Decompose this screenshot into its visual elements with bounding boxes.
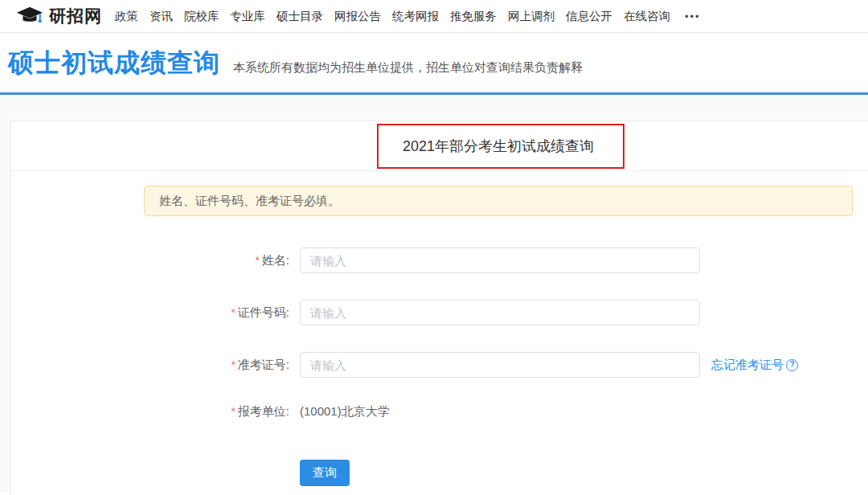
main-nav: 政策 资讯 院校库 专业库 硕士目录 网报公告 统考网报 推免服务 网上调剂 信… (115, 9, 701, 24)
required-fields-alert: 姓名、证件号码、准考证号必填。 (144, 186, 853, 216)
site-logo[interactable]: 研招网 (16, 5, 102, 27)
nav-item-majors[interactable]: 专业库 (231, 9, 266, 24)
nav-item-master-catalog[interactable]: 硕士目录 (276, 9, 323, 24)
institution-value: (10001)北京大学 (300, 404, 390, 419)
form-row-institution: *报考单位: (10001)北京大学 (11, 404, 868, 419)
nav-item-policy[interactable]: 政策 (115, 9, 138, 24)
nav-item-news[interactable]: 资讯 (149, 9, 173, 24)
card-title: 2021年部分考生初试成绩查询 (403, 137, 594, 156)
page-header: 硕士初试成绩查询 本系统所有数据均为招生单位提供，招生单位对查询结果负责解释 (0, 33, 868, 95)
query-button[interactable]: 查询 (300, 460, 350, 486)
top-navbar: 研招网 政策 资讯 院校库 专业库 硕士目录 网报公告 统考网报 推免服务 网上… (0, 0, 868, 33)
name-input[interactable] (300, 248, 700, 273)
nav-item-exempt-service[interactable]: 推免服务 (450, 9, 497, 24)
form-row-ticket-number: *准考证号: 忘记准考证号? (11, 352, 868, 378)
site-logo-text: 研招网 (49, 5, 102, 27)
question-circle-icon: ? (786, 359, 798, 371)
id-number-input[interactable] (300, 300, 700, 325)
content-area: 2021年部分考生初试成绩查询 姓名、证件号码、准考证号必填。 *姓名: *证件… (0, 95, 868, 493)
ticket-number-label: *准考证号: (11, 358, 289, 373)
page-title: 硕士初试成绩查询 (8, 47, 220, 79)
form-row-id-number: *证件号码: (11, 300, 868, 325)
nav-item-info-disclosure[interactable]: 信息公开 (566, 9, 612, 24)
name-label: *姓名: (11, 253, 289, 268)
nav-item-unified-exam[interactable]: 统考网报 (392, 9, 439, 24)
required-asterisk: * (255, 254, 259, 267)
nav-item-online-adjust[interactable]: 网上调剂 (508, 9, 555, 24)
required-asterisk: * (231, 358, 235, 371)
graduation-cap-icon (16, 6, 43, 27)
form-row-name: *姓名: (11, 248, 868, 273)
nav-item-colleges[interactable]: 院校库 (184, 9, 219, 24)
nav-item-announcements[interactable]: 网报公告 (334, 9, 381, 24)
ticket-number-input[interactable] (300, 352, 700, 378)
alert-text: 姓名、证件号码、准考证号必填。 (159, 194, 340, 209)
id-number-label: *证件号码: (11, 305, 289, 321)
required-asterisk: * (231, 405, 235, 418)
nav-item-online-consult[interactable]: 在线咨询 (624, 9, 670, 24)
submit-row: 查询 (11, 460, 868, 486)
required-asterisk: * (231, 306, 235, 319)
forgot-ticket-link[interactable]: 忘记准考证号? (711, 358, 798, 373)
institution-label: *报考单位: (11, 404, 289, 419)
query-card: 2021年部分考生初试成绩查询 姓名、证件号码、准考证号必填。 *姓名: *证件… (10, 121, 868, 495)
nav-more-dots-icon[interactable]: ••• (685, 10, 701, 22)
page-subtitle: 本系统所有数据均为招生单位提供，招生单位对查询结果负责解释 (233, 60, 583, 76)
card-title-row: 2021年部分考生初试成绩查询 (11, 121, 868, 171)
